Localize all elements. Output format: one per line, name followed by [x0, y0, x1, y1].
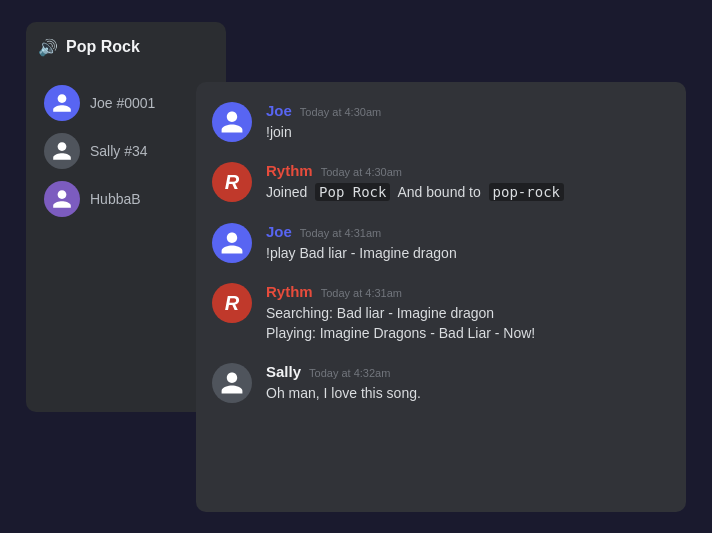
msg-content-4: Rythm Today at 4:31am Searching: Bad lia…: [266, 283, 670, 343]
msg-author-joe-1: Joe: [266, 102, 292, 119]
msg-author-joe-2: Joe: [266, 223, 292, 240]
msg-text-3: !play Bad liar - Imagine dragon: [266, 244, 670, 264]
msg-content-1: Joe Today at 4:30am !join: [266, 102, 670, 143]
chat-panel[interactable]: Joe Today at 4:30am !join R Rythm Today …: [196, 82, 686, 512]
message-item-2: R Rythm Today at 4:30am Joined Pop Rock …: [212, 162, 670, 203]
member-item-hubba[interactable]: HubbaB: [38, 177, 214, 221]
highlight-pop-rock: Pop Rock: [315, 183, 390, 201]
msg-text-5: Oh man, I love this song.: [266, 384, 670, 404]
channel-name: Pop Rock: [66, 38, 140, 56]
message-item-5: Sally Today at 4:32am Oh man, I love thi…: [212, 363, 670, 404]
message-item-4: R Rythm Today at 4:31am Searching: Bad l…: [212, 283, 670, 343]
msg-header-1: Joe Today at 4:30am: [266, 102, 670, 119]
speaker-icon: 🔊: [38, 38, 58, 57]
msg-avatar-sally-1: [212, 363, 252, 403]
msg-author-rythm-2: Rythm: [266, 283, 313, 300]
highlight-pop-rock-2: pop-rock: [489, 183, 564, 201]
member-item-joe[interactable]: Joe #0001: [38, 81, 214, 125]
rythm-logo-2: R: [212, 283, 252, 323]
msg-timestamp-5: Today at 4:32am: [309, 367, 390, 379]
member-name-hubba: HubbaB: [90, 191, 141, 207]
member-list: Joe #0001 Sally #34 HubbaB: [38, 81, 214, 221]
msg-content-2: Rythm Today at 4:30am Joined Pop Rock An…: [266, 162, 670, 203]
msg-avatar-joe-2: [212, 223, 252, 263]
avatar-joe: [44, 85, 80, 121]
msg-text-4a: Searching: Bad liar - Imagine dragon: [266, 304, 670, 324]
rythm-logo-1: R: [212, 162, 252, 202]
avatar-sally: [44, 133, 80, 169]
msg-text-2: Joined Pop Rock And bound to pop-rock: [266, 183, 670, 203]
message-list: Joe Today at 4:30am !join R Rythm Today …: [212, 102, 670, 405]
msg-header-3: Joe Today at 4:31am: [266, 223, 670, 240]
msg-avatar-joe-1: [212, 102, 252, 142]
msg-timestamp-3: Today at 4:31am: [300, 227, 381, 239]
msg-header-4: Rythm Today at 4:31am: [266, 283, 670, 300]
msg-timestamp-2: Today at 4:30am: [321, 166, 402, 178]
member-name-joe: Joe #0001: [90, 95, 155, 111]
app-container: 🔊 Pop Rock Joe #0001 Sall: [26, 22, 686, 512]
msg-timestamp-1: Today at 4:30am: [300, 106, 381, 118]
message-item-1: Joe Today at 4:30am !join: [212, 102, 670, 143]
message-item-3: Joe Today at 4:31am !play Bad liar - Ima…: [212, 223, 670, 264]
msg-content-5: Sally Today at 4:32am Oh man, I love thi…: [266, 363, 670, 404]
msg-content-3: Joe Today at 4:31am !play Bad liar - Ima…: [266, 223, 670, 264]
member-item-sally[interactable]: Sally #34: [38, 129, 214, 173]
channel-header: 🔊 Pop Rock: [38, 38, 214, 65]
msg-author-rythm-1: Rythm: [266, 162, 313, 179]
member-name-sally: Sally #34: [90, 143, 148, 159]
avatar-hubba: [44, 181, 80, 217]
msg-text-4b: Playing: Imagine Dragons - Bad Liar - No…: [266, 324, 670, 344]
msg-author-sally: Sally: [266, 363, 301, 380]
msg-header-5: Sally Today at 4:32am: [266, 363, 670, 380]
msg-text-1: !join: [266, 123, 670, 143]
msg-header-2: Rythm Today at 4:30am: [266, 162, 670, 179]
msg-timestamp-4: Today at 4:31am: [321, 287, 402, 299]
